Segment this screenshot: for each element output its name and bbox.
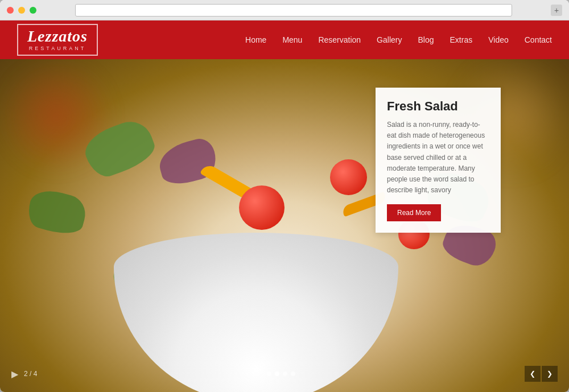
slider-dot-3[interactable] [283, 372, 287, 376]
logo-text: Lezzatos [27, 28, 88, 44]
navbar: Lezzatos RESTAURANT Home Menu Reservatio… [0, 20, 569, 59]
slider-dots [267, 372, 295, 376]
browser-chrome: + [0, 0, 569, 20]
website-content: Lezzatos RESTAURANT Home Menu Reservatio… [0, 20, 569, 392]
hero-section: Fresh Salad Salad is a non-runny, ready-… [0, 59, 569, 392]
minimize-traffic-light[interactable] [18, 7, 25, 14]
tomato-3 [330, 159, 367, 195]
slider-controls: ▶ 2 / 4 ❮ ❯ [0, 366, 569, 382]
slider-play-button[interactable]: ▶ [11, 369, 18, 379]
slider-arrows: ❮ ❯ [525, 366, 558, 382]
slider-dot-1[interactable] [267, 372, 271, 376]
slider-dot-4[interactable] [291, 372, 295, 376]
nav-item-contact[interactable]: Contact [525, 35, 552, 45]
logo-subtitle: RESTAURANT [29, 46, 86, 51]
nav-links: Home Menu Reservation Gallery Blog Extra… [245, 35, 552, 45]
slider-counter: 2 / 4 [24, 370, 37, 378]
nav-item-blog[interactable]: Blog [418, 35, 434, 45]
maximize-traffic-light[interactable] [30, 7, 36, 14]
read-more-button[interactable]: Read More [387, 204, 441, 221]
nav-item-home[interactable]: Home [245, 35, 266, 45]
nav-item-extras[interactable]: Extras [450, 35, 473, 45]
slider-prev-arrow[interactable]: ❮ [525, 366, 541, 382]
url-bar[interactable] [75, 4, 512, 16]
tomato-1 [239, 185, 284, 230]
add-tab-button[interactable]: + [551, 5, 562, 16]
nav-item-reservation[interactable]: Reservation [318, 35, 361, 45]
slider-next-arrow[interactable]: ❯ [542, 366, 558, 382]
card-title: Fresh Salad [387, 99, 489, 114]
content-card: Fresh Salad Salad is a non-runny, ready-… [376, 88, 501, 233]
card-body: Salad is a non-runny, ready-to-eat dish … [387, 119, 489, 196]
nav-item-video[interactable]: Video [488, 35, 509, 45]
nav-item-gallery[interactable]: Gallery [377, 35, 402, 45]
slider-dot-2[interactable] [275, 372, 279, 376]
nav-item-menu[interactable]: Menu [282, 35, 302, 45]
close-traffic-light[interactable] [7, 7, 14, 14]
logo[interactable]: Lezzatos RESTAURANT [17, 24, 98, 56]
browser-window: + Lezzatos RESTAURANT Home Menu Reservat… [0, 0, 569, 392]
